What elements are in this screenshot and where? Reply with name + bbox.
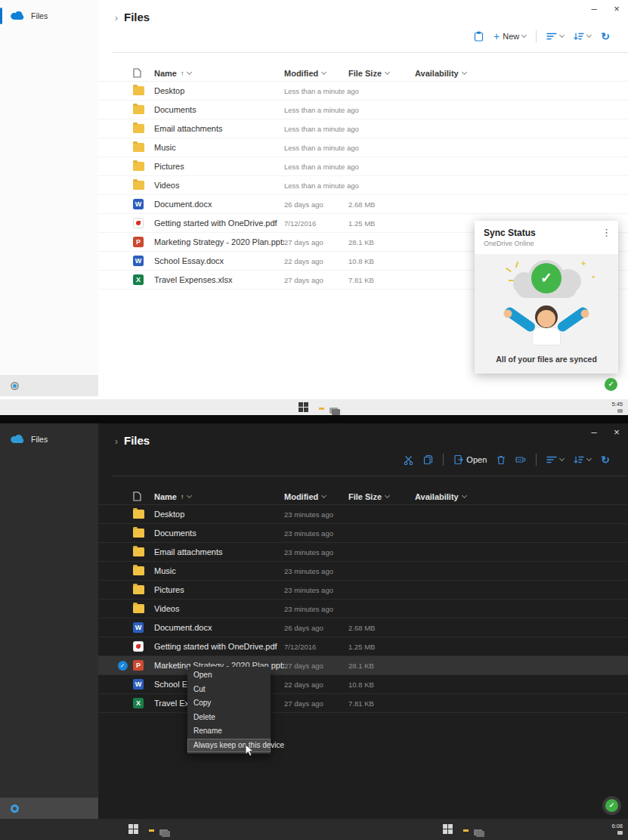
sidebar-item-files[interactable]: Files: [0, 5, 98, 27]
sidebar-item-label: Files: [31, 11, 48, 20]
folder-icon: [133, 162, 144, 171]
more-options-icon[interactable]: ⋮: [602, 227, 611, 238]
breadcrumb-chevron-icon[interactable]: ›: [115, 436, 118, 447]
breadcrumb-chevron-icon[interactable]: ›: [115, 13, 118, 23]
file-size: 7.81 KB: [348, 276, 415, 284]
table-row[interactable]: ✓ W Document.docx 26 days ago 2.68 MB: [98, 195, 628, 214]
refresh-button[interactable]: ↻: [601, 30, 610, 42]
file-name: Videos: [154, 604, 284, 613]
table-row[interactable]: ✓ Pictures Less than a minute ago: [98, 157, 628, 176]
table-row[interactable]: ✓ Getting started with OneDrive.pdf 7/12…: [98, 637, 628, 656]
document-type-icon: [133, 491, 141, 501]
table-row[interactable]: ✓ P Marketing Strategy - 2020 Plan.pptx …: [98, 656, 628, 675]
taskbar-clock[interactable]: 6:08: [611, 823, 623, 836]
minimize-button[interactable]: –: [589, 426, 599, 438]
folder-icon: [133, 86, 144, 95]
start-button[interactable]: [128, 824, 138, 834]
delete-button[interactable]: [497, 455, 506, 465]
chevron-down-icon: [385, 69, 390, 74]
onedrive-synced-badge-icon[interactable]: ✓: [605, 799, 618, 812]
refresh-icon: ↻: [601, 454, 610, 466]
taskbar-dark: 6:08: [0, 819, 628, 840]
file-name: Documents: [154, 105, 284, 114]
table-row[interactable]: ✓ Videos 23 minutes ago: [98, 600, 628, 618]
table-row[interactable]: ✓ Email attachments 23 minutes ago: [98, 543, 628, 562]
table-row[interactable]: ✓ Music Less than a minute ago: [98, 138, 628, 157]
taskbar-clock[interactable]: 5:45: [611, 401, 623, 414]
file-modified: 23 minutes ago: [284, 548, 348, 556]
column-header-name[interactable]: Name ↑: [154, 492, 284, 501]
onedrive-synced-badge-icon[interactable]: ✓: [605, 378, 617, 391]
table-row[interactable]: ✓ Desktop Less than a minute ago: [98, 82, 628, 101]
table-row[interactable]: ✓ W Document.docx 26 days ago 2.68 MB: [98, 618, 628, 637]
content-divider: [112, 52, 628, 53]
selected-accent-bar: [0, 8, 2, 24]
file-modified: 26 days ago: [284, 624, 348, 632]
sort-button[interactable]: [574, 456, 591, 463]
minimize-button[interactable]: –: [589, 3, 599, 14]
toolbar: + New ↻: [474, 29, 610, 44]
table-row[interactable]: ✓ Music 23 minutes ago: [98, 562, 628, 581]
sidebar-item-files[interactable]: Files: [0, 428, 98, 451]
column-header-modified[interactable]: Modified: [284, 69, 348, 78]
file-name: Email attachments: [154, 547, 284, 556]
file-modified: 27 days ago: [284, 699, 348, 708]
file-modified: Less than a minute ago: [284, 125, 348, 133]
column-header-filesize[interactable]: File Size: [348, 492, 415, 501]
filter-button[interactable]: [546, 456, 564, 463]
start-button[interactable]: [299, 402, 308, 412]
table-row[interactable]: ✓ W School Essay.docx 22 days ago 10.8 K…: [98, 675, 628, 694]
file-name: Getting started with OneDrive.pdf: [154, 219, 284, 228]
open-button[interactable]: Open: [453, 454, 487, 465]
settings-gear-icon[interactable]: [11, 382, 19, 390]
new-button-label: New: [503, 32, 519, 41]
settings-gear-icon[interactable]: [11, 804, 19, 813]
filter-button[interactable]: [546, 33, 564, 40]
context-menu-item[interactable]: Open: [187, 668, 271, 683]
table-row[interactable]: ✓ Documents Less than a minute ago: [98, 101, 628, 119]
table-row[interactable]: ✓ Documents 23 minutes ago: [98, 524, 628, 543]
folder-icon: [133, 143, 144, 152]
input-indicator-icon: [617, 409, 623, 413]
table-row[interactable]: ✓ Desktop 23 minutes ago: [98, 505, 628, 524]
chevron-down-icon: [321, 492, 326, 497]
paste-button[interactable]: [474, 31, 484, 42]
close-button[interactable]: ×: [611, 426, 622, 438]
file-name: Document.docx: [154, 623, 284, 632]
file-size: 28.1 KB: [348, 238, 415, 246]
table-row[interactable]: ✓ Videos Less than a minute ago: [98, 176, 628, 195]
screen-separator: [0, 415, 628, 423]
table-row[interactable]: ✓ Pictures 23 minutes ago: [98, 581, 628, 600]
column-header-modified[interactable]: Modified: [284, 492, 348, 501]
sort-button[interactable]: [574, 33, 591, 40]
context-menu-item[interactable]: Cut: [187, 683, 271, 697]
column-header-filesize[interactable]: File Size: [348, 69, 415, 78]
start-button[interactable]: [443, 824, 453, 834]
toolbar: Open ↻: [404, 452, 610, 467]
context-menu-item[interactable]: Always keep on this device: [187, 739, 271, 753]
content-divider: [112, 476, 628, 476]
close-button[interactable]: ×: [611, 3, 622, 14]
new-button[interactable]: + New: [493, 32, 526, 41]
cut-button[interactable]: [404, 455, 413, 465]
column-header-name[interactable]: Name ↑: [154, 69, 284, 78]
ppt-icon: P: [133, 237, 144, 247]
refresh-button[interactable]: ↻: [601, 454, 610, 466]
context-menu-item[interactable]: Delete: [187, 711, 271, 725]
context-menu-item[interactable]: Rename: [187, 724, 271, 739]
table-row[interactable]: ✓ Email attachments Less than a minute a…: [98, 119, 628, 138]
context-menu-item[interactable]: Copy: [187, 696, 271, 711]
column-header-availability[interactable]: Availability: [415, 492, 506, 501]
rename-button[interactable]: [515, 455, 526, 464]
sync-status-card: Sync Status OneDrive Online ⋮ ++ ✓: [475, 221, 618, 374]
copy-button[interactable]: [423, 454, 433, 465]
breadcrumb: › Files: [115, 434, 150, 447]
table-row[interactable]: ✓ X Travel Expenses.xlsx 27 days ago 7.8…: [98, 694, 628, 713]
folder-icon: [133, 547, 144, 556]
chevron-down-icon: [586, 33, 592, 38]
toolbar-divider: [536, 30, 537, 42]
column-header-availability[interactable]: Availability: [415, 69, 506, 78]
file-size: 10.8 KB: [348, 257, 415, 265]
open-file-icon: [453, 454, 463, 465]
file-modified: 23 minutes ago: [284, 510, 348, 519]
